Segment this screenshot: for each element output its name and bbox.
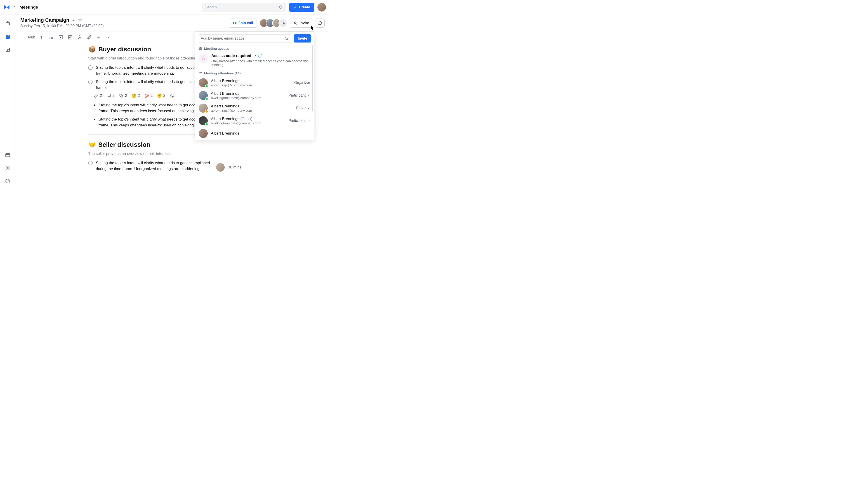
join-call-button[interactable]: Join call bbox=[229, 19, 257, 28]
status-away-icon bbox=[205, 110, 208, 113]
status-online-icon bbox=[205, 123, 208, 126]
svg-point-8 bbox=[294, 22, 296, 23]
svg-point-9 bbox=[50, 36, 50, 36]
attendee-row: Albert Brenningsabrennings@company.com E… bbox=[195, 102, 314, 115]
task-item[interactable]: Stating the topic's intent will clarify … bbox=[88, 160, 215, 172]
add-label: Add: bbox=[28, 35, 35, 39]
svg-point-0 bbox=[279, 6, 282, 8]
chat-icon[interactable] bbox=[315, 19, 324, 28]
emoji-reaction[interactable]: 💯2 bbox=[145, 93, 153, 98]
attendee-row: Albert Brennings (Guest)bwellingtonjames… bbox=[195, 115, 314, 127]
app-logo-icon[interactable] bbox=[4, 4, 10, 10]
add-checkbox-icon[interactable] bbox=[58, 35, 64, 40]
plus-icon bbox=[293, 5, 297, 9]
chevron-down-icon bbox=[307, 119, 310, 122]
user-avatar[interactable] bbox=[317, 3, 326, 11]
checkbox-icon[interactable] bbox=[88, 161, 93, 165]
emoji-reaction[interactable]: 🤗2 bbox=[131, 93, 140, 98]
status-online-icon bbox=[205, 97, 208, 100]
section-intro: The seller provides an overview of their… bbox=[88, 152, 241, 156]
lock-icon bbox=[199, 54, 208, 63]
task-duration: 30 mins bbox=[228, 165, 241, 170]
attendee-name: Albert Brennings bbox=[211, 104, 293, 109]
attendee-role-dropdown[interactable]: Participant bbox=[288, 119, 310, 123]
topbar: Meetings Create bbox=[0, 0, 330, 14]
svg-point-19 bbox=[171, 95, 172, 95]
add-more-chevron-icon[interactable] bbox=[105, 35, 111, 40]
sidebar-calendar-icon[interactable] bbox=[4, 33, 12, 41]
app-logo-icon bbox=[232, 21, 237, 25]
svg-point-15 bbox=[78, 38, 79, 39]
chevron-down-icon bbox=[307, 94, 310, 97]
sidebar-tasks-icon[interactable] bbox=[4, 46, 12, 54]
access-mode-dropdown[interactable]: Access code required i bbox=[211, 54, 310, 58]
task-meta: 30 mins bbox=[216, 163, 241, 172]
create-button[interactable]: Create bbox=[289, 3, 314, 12]
attendee-role: Organizer bbox=[294, 81, 310, 85]
attendee-role-dropdown[interactable]: Participant bbox=[288, 93, 310, 97]
svg-point-14 bbox=[79, 35, 80, 36]
attendee-avatar[interactable] bbox=[199, 129, 208, 138]
link-reaction[interactable]: 2 bbox=[94, 93, 102, 98]
svg-point-11 bbox=[50, 38, 50, 39]
page-title: Marketing Campaign ⋯ ☆ bbox=[20, 17, 82, 23]
access-mode-row: Access code required i Only invited atte… bbox=[195, 52, 314, 70]
svg-point-5 bbox=[7, 167, 8, 169]
add-text-icon[interactable]: T bbox=[39, 35, 44, 40]
svg-rect-1 bbox=[6, 22, 9, 25]
chevron-down-icon bbox=[307, 106, 310, 110]
globe-icon bbox=[199, 47, 202, 51]
add-reaction-icon[interactable] bbox=[170, 93, 175, 98]
add-chart-icon[interactable] bbox=[68, 35, 73, 40]
checkbox-icon[interactable] bbox=[88, 80, 93, 84]
search-input[interactable] bbox=[205, 5, 278, 9]
svg-point-7 bbox=[7, 182, 8, 182]
favorite-star-icon[interactable]: ☆ bbox=[78, 17, 82, 23]
svg-rect-4 bbox=[6, 154, 10, 157]
sidebar-settings-icon[interactable] bbox=[4, 164, 12, 172]
attendee-avatar-stack[interactable]: +4 bbox=[259, 19, 287, 27]
attendee-role-dropdown[interactable]: Editor bbox=[296, 106, 310, 110]
attendee-email: bwellingtonjames@company.com bbox=[211, 96, 285, 100]
status-online-icon bbox=[205, 85, 208, 88]
add-list-icon[interactable] bbox=[49, 35, 54, 40]
page-menu-icon[interactable]: ⋯ bbox=[71, 18, 75, 23]
sidebar bbox=[0, 14, 16, 185]
avatar-overflow[interactable]: +4 bbox=[278, 19, 287, 27]
invite-confirm-button[interactable]: Invite bbox=[293, 34, 311, 42]
attendee-name: Albert Brennings bbox=[211, 79, 291, 83]
attendee-row: Albert Brenningsbwellingtonjames@company… bbox=[195, 89, 314, 102]
invite-search[interactable] bbox=[198, 34, 291, 42]
sidebar-apps-icon[interactable] bbox=[4, 151, 12, 159]
add-branch-icon[interactable] bbox=[77, 35, 83, 40]
tag-reaction[interactable]: 2 bbox=[119, 93, 127, 98]
svg-point-10 bbox=[50, 37, 50, 38]
checkbox-icon[interactable] bbox=[88, 65, 93, 70]
add-plus-icon[interactable] bbox=[96, 35, 101, 40]
sidebar-workspace-icon[interactable] bbox=[4, 20, 12, 28]
chevron-down-icon bbox=[253, 54, 256, 57]
breadcrumb[interactable]: Meetings bbox=[20, 5, 38, 10]
svg-point-25 bbox=[199, 72, 200, 73]
svg-rect-24 bbox=[202, 58, 205, 60]
people-icon bbox=[199, 71, 202, 75]
emoji-reaction[interactable]: 🤔2 bbox=[157, 93, 165, 98]
search-icon bbox=[278, 5, 283, 9]
scrollbar[interactable] bbox=[312, 45, 313, 111]
invite-button[interactable]: Invite bbox=[290, 19, 313, 28]
attendee-row: Albert Brenningsabrennings@company.com O… bbox=[195, 77, 314, 89]
svg-rect-2 bbox=[6, 35, 10, 39]
global-search[interactable] bbox=[202, 3, 286, 12]
info-icon[interactable]: i bbox=[258, 54, 262, 58]
assignee-avatar[interactable] bbox=[216, 163, 225, 172]
svg-point-16 bbox=[81, 38, 82, 39]
invite-icon bbox=[293, 21, 298, 25]
invite-search-input[interactable] bbox=[201, 36, 283, 40]
add-attachment-icon[interactable] bbox=[87, 35, 92, 40]
svg-point-22 bbox=[285, 37, 287, 39]
attendee-name: Albert Brennings (Guest) bbox=[211, 117, 285, 121]
page-header: Marketing Campaign ⋯ ☆ Sunday Feb 15, 01… bbox=[16, 14, 330, 31]
svg-point-26 bbox=[201, 72, 202, 73]
sidebar-help-icon[interactable] bbox=[4, 177, 12, 185]
comment-reaction[interactable]: 2 bbox=[106, 93, 114, 98]
